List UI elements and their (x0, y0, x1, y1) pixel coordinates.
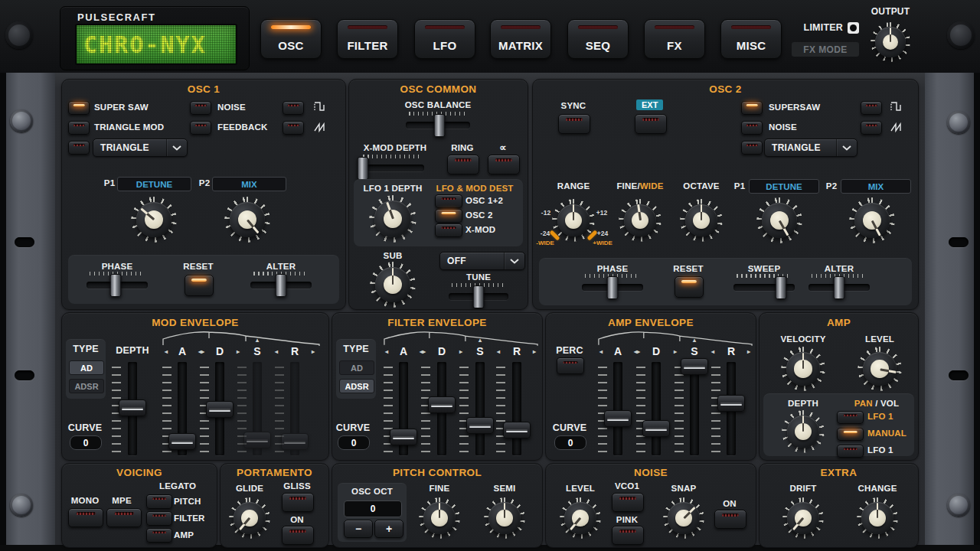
oct-minus-button[interactable]: − (344, 520, 373, 538)
legato-filter-button[interactable] (146, 511, 172, 526)
lfo1-depth-knob[interactable] (369, 195, 416, 243)
filter-curve-value[interactable]: 0 (338, 435, 370, 450)
amp-sustain-slider[interactable] (690, 362, 699, 455)
osc2-p1-knob[interactable] (756, 197, 802, 243)
drift-knob[interactable] (782, 497, 824, 539)
cross-mod-button[interactable] (488, 155, 520, 174)
pink-button[interactable] (612, 526, 644, 545)
vco1-button[interactable] (612, 493, 644, 512)
dest-osc2-button[interactable] (435, 209, 462, 223)
osc2-alter-slider[interactable] (808, 274, 870, 300)
change-knob[interactable] (857, 497, 898, 539)
filter-release-slider[interactable] (512, 362, 521, 455)
pitch-fine-knob[interactable] (419, 497, 460, 539)
pan-manual-button[interactable] (837, 428, 864, 441)
amp-release-slider[interactable] (727, 362, 736, 455)
perc-button[interactable] (557, 357, 584, 374)
mod-depth-slider[interactable] (128, 362, 137, 455)
osc1-wave-dropdown[interactable]: TRIANGLE (93, 139, 188, 157)
tab-filter[interactable]: FILTER (337, 19, 398, 59)
mod-curve-value[interactable]: 0 (70, 435, 102, 450)
legato-amp-button[interactable] (146, 528, 172, 543)
octave-knob[interactable] (680, 199, 723, 242)
amp-decay-slider[interactable] (652, 362, 661, 455)
oct-plus-button[interactable]: + (374, 520, 403, 538)
glide-knob[interactable] (229, 497, 270, 539)
osc2-p2-knob[interactable] (849, 197, 895, 243)
adsr-chip[interactable]: ADSR (339, 379, 374, 393)
dest-osc12-button[interactable] (435, 194, 462, 208)
filter-sustain-slider[interactable] (475, 362, 485, 455)
range-knob[interactable] (552, 199, 595, 242)
osc2-reset-button[interactable] (675, 276, 704, 298)
noise-on-button[interactable] (714, 510, 746, 529)
osc-balance-slider[interactable] (406, 112, 470, 138)
mono-button[interactable] (68, 508, 103, 527)
osc2-noise-toggle[interactable] (741, 121, 763, 135)
filter-attack-slider[interactable] (399, 362, 408, 455)
amp-depth-knob[interactable] (782, 410, 825, 453)
tab-misc[interactable]: MISC (720, 19, 782, 59)
osc2-phase-slider[interactable] (582, 274, 643, 300)
gliss-button[interactable] (282, 493, 314, 512)
osc-oct-value[interactable]: 0 (344, 500, 402, 517)
tab-fx[interactable]: FX (644, 19, 705, 59)
level-knob[interactable] (858, 347, 902, 391)
osc1-noise-toggle[interactable] (190, 101, 211, 115)
sub-wave-dropdown[interactable]: OFF (439, 252, 525, 270)
portamento-on-button[interactable] (282, 526, 314, 545)
ext-button[interactable] (635, 114, 667, 134)
ad-chip[interactable]: AD (69, 360, 104, 375)
adsr-chip[interactable]: ADSR (69, 379, 104, 393)
osc2-wave-toggle[interactable] (741, 141, 763, 155)
osc2-wave-dropdown[interactable]: TRIANGLE (764, 139, 858, 157)
filter-decay-slider[interactable] (437, 362, 446, 455)
ad-chip[interactable]: AD (339, 360, 374, 375)
osc1-wave-toggle[interactable] (68, 141, 90, 155)
p2-assign-chip[interactable]: MIX (212, 177, 286, 191)
osc1-pulse-toggle[interactable] (283, 101, 304, 115)
tab-osc[interactable]: OSC (260, 19, 322, 59)
osc2-p2-assign-chip[interactable]: MIX (841, 179, 911, 194)
osc1-p2-knob[interactable] (224, 197, 270, 243)
feedback-toggle[interactable] (190, 121, 211, 135)
pan-lfo1-button[interactable] (837, 411, 864, 424)
pitch-semi-knob[interactable] (484, 497, 525, 539)
osc1-p1-knob[interactable] (131, 197, 177, 243)
sub-knob[interactable] (370, 262, 416, 308)
mod-release-slider[interactable] (290, 362, 299, 455)
output-knob[interactable] (871, 22, 910, 62)
dest-xmod-button[interactable] (435, 223, 462, 237)
sync-button[interactable] (558, 114, 590, 134)
p1-assign-chip[interactable]: DETUNE (117, 177, 191, 191)
limiter-indicator[interactable]: LIMITER (782, 21, 859, 34)
xmod-depth-slider[interactable] (360, 155, 424, 181)
osc1-phase-slider[interactable] (87, 272, 148, 298)
amp-attack-slider[interactable] (613, 362, 622, 455)
snap-knob[interactable] (663, 497, 704, 539)
noise-level-knob[interactable] (560, 497, 601, 539)
legato-pitch-button[interactable] (146, 494, 172, 509)
ring-button[interactable] (447, 155, 479, 174)
triangle-mod-toggle[interactable] (68, 121, 90, 135)
osc2-saw-toggle[interactable] (861, 121, 882, 135)
sweep-slider[interactable] (733, 274, 795, 300)
tune-slider[interactable] (449, 283, 508, 309)
osc1-alter-slider[interactable] (250, 272, 312, 298)
mpe-button[interactable] (106, 508, 142, 527)
tab-matrix[interactable]: MATRIX (490, 19, 551, 59)
fine-wide-knob[interactable] (619, 199, 662, 242)
super-saw-toggle[interactable] (68, 101, 90, 115)
velocity-knob[interactable] (781, 347, 825, 391)
osc2-p1-assign-chip[interactable]: DETUNE (749, 179, 819, 194)
osc2-supersaw-toggle[interactable] (741, 101, 763, 115)
mod-attack-slider[interactable] (178, 362, 187, 455)
tab-seq[interactable]: SEQ (567, 19, 629, 59)
osc1-reset-button[interactable] (185, 275, 214, 296)
amp-curve-value[interactable]: 0 (554, 435, 586, 450)
mod-sustain-slider[interactable] (253, 362, 262, 455)
osc1-saw-toggle[interactable] (283, 121, 304, 135)
mod-decay-slider[interactable] (215, 362, 224, 455)
tab-lfo[interactable]: LFO (414, 19, 475, 59)
osc2-pulse-toggle[interactable] (861, 101, 882, 115)
